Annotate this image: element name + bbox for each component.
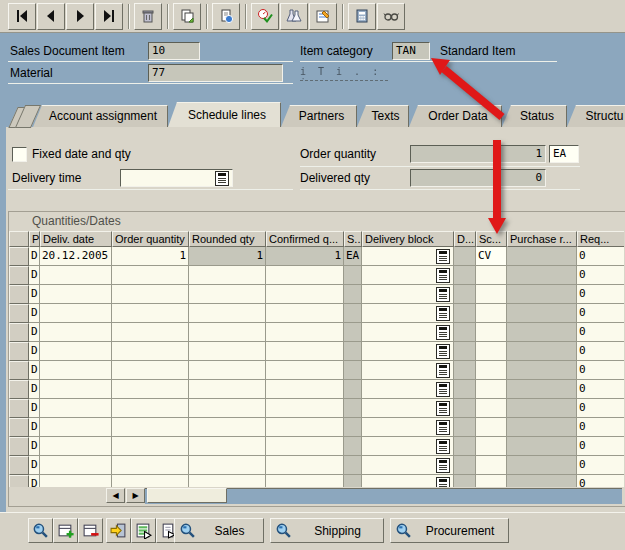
cell-req[interactable]: 0 (577, 475, 624, 487)
cell-delivery-block[interactable] (362, 380, 454, 399)
cell-req[interactable]: 0 (577, 437, 624, 456)
cell-delivery-block[interactable] (362, 418, 454, 437)
shipping-button[interactable]: Shipping (270, 518, 384, 543)
cell-schedule-category[interactable] (476, 304, 507, 323)
dropdown-icon[interactable] (436, 382, 450, 397)
header-sc[interactable]: Sc... (476, 231, 507, 247)
cell-deliv-date[interactable] (40, 285, 112, 304)
insert-line-button[interactable] (53, 518, 78, 543)
row-selector-button[interactable] (9, 399, 29, 418)
tab-account-assignment[interactable]: Account assignment (33, 105, 168, 127)
header-p[interactable]: P (29, 231, 40, 247)
tab-schedule-lines[interactable]: Schedule lines (168, 102, 281, 127)
row-selector-button[interactable] (9, 361, 29, 380)
cell-p[interactable]: D (29, 266, 40, 285)
row-selector-button[interactable] (9, 342, 29, 361)
cell-deliv-date[interactable]: 20.12.2005 (40, 247, 112, 266)
cell-p[interactable]: D (29, 361, 40, 380)
tab-partners[interactable]: Partners (281, 105, 357, 127)
row-selector-button[interactable] (9, 304, 29, 323)
cell-schedule-category[interactable] (476, 323, 507, 342)
sales-button[interactable]: Sales (174, 518, 264, 543)
cell-req[interactable]: 0 (577, 285, 624, 304)
cell-order-quantity[interactable] (112, 475, 189, 487)
calculator-button[interactable] (348, 3, 376, 30)
cell-req[interactable]: 0 (577, 304, 624, 323)
scroll-right-button[interactable]: ▶ (126, 488, 145, 503)
cell-schedule-category[interactable] (476, 437, 507, 456)
cell-deliv-date[interactable] (40, 418, 112, 437)
dropdown-icon[interactable] (436, 363, 450, 378)
cell-schedule-category[interactable] (476, 342, 507, 361)
next-record-button[interactable] (66, 3, 94, 30)
header-confirmed-qty[interactable]: Confirmed q... (266, 231, 344, 247)
row-selector-button[interactable] (9, 456, 29, 475)
cell-req[interactable]: 0 (577, 323, 624, 342)
cell-schedule-category[interactable] (476, 380, 507, 399)
cell-req[interactable]: 0 (577, 342, 624, 361)
cell-p[interactable]: D (29, 342, 40, 361)
cell-p[interactable]: D (29, 437, 40, 456)
paste-line-button[interactable] (106, 518, 131, 543)
cell-delivery-block[interactable] (362, 342, 454, 361)
cell-order-quantity[interactable] (112, 361, 189, 380)
cell-deliv-date[interactable] (40, 380, 112, 399)
cell-req[interactable]: 0 (577, 361, 624, 380)
cell-schedule-category[interactable] (476, 361, 507, 380)
cell-p[interactable]: D (29, 285, 40, 304)
dropdown-icon[interactable] (436, 477, 450, 488)
delivery-time-field[interactable] (120, 169, 233, 187)
first-record-button[interactable] (8, 3, 36, 30)
header-deliv-date[interactable]: Deliv. date (40, 231, 112, 247)
cell-delivery-block[interactable] (362, 475, 454, 487)
dropdown-icon[interactable] (436, 420, 450, 435)
tab-texts[interactable]: Texts (357, 105, 409, 127)
cell-schedule-category[interactable] (476, 399, 507, 418)
cell-order-quantity[interactable] (112, 285, 189, 304)
dropdown-icon[interactable] (436, 458, 450, 473)
cell-p[interactable]: D (29, 380, 40, 399)
cell-p[interactable]: D (29, 304, 40, 323)
header-d[interactable]: D... (454, 231, 476, 247)
cell-req[interactable]: 0 (577, 418, 624, 437)
header-rounded-qty[interactable]: Rounded qty (189, 231, 266, 247)
row-selector-button[interactable] (9, 285, 29, 304)
order-quantity-unit-field[interactable]: EA (549, 145, 579, 163)
dropdown-icon[interactable] (436, 268, 450, 283)
dropdown-icon[interactable] (436, 287, 450, 302)
header-s[interactable]: S... (344, 231, 362, 247)
cell-p[interactable]: D (29, 399, 40, 418)
cell-order-quantity[interactable] (112, 437, 189, 456)
cell-delivery-block[interactable] (362, 361, 454, 380)
header-purchase-req[interactable]: Purchase r... (507, 231, 577, 247)
cell-schedule-category[interactable] (476, 475, 507, 487)
row-selector-button[interactable] (9, 247, 29, 266)
cell-order-quantity[interactable] (112, 342, 189, 361)
cell-deliv-date[interactable] (40, 304, 112, 323)
cell-deliv-date[interactable] (40, 475, 112, 487)
cell-p[interactable]: D (29, 323, 40, 342)
cell-delivery-block[interactable] (362, 247, 454, 266)
status-check-button[interactable] (251, 3, 279, 30)
cell-order-quantity[interactable] (112, 380, 189, 399)
display-document-button[interactable] (212, 3, 240, 30)
delete-line-button[interactable] (78, 518, 103, 543)
cell-order-quantity[interactable] (112, 266, 189, 285)
cell-p[interactable]: D (29, 247, 40, 266)
cell-deliv-date[interactable] (40, 361, 112, 380)
fixed-date-checkbox[interactable] (12, 147, 27, 162)
edit-note-button[interactable] (309, 3, 337, 30)
last-record-button[interactable] (95, 3, 123, 30)
cell-order-quantity[interactable] (112, 323, 189, 342)
cell-deliv-date[interactable] (40, 342, 112, 361)
dropdown-icon[interactable] (436, 249, 450, 264)
cell-delivery-block[interactable] (362, 437, 454, 456)
cell-deliv-date[interactable] (40, 399, 112, 418)
cell-deliv-date[interactable] (40, 266, 112, 285)
cell-req[interactable]: 0 (577, 380, 624, 399)
search-button[interactable] (28, 518, 53, 543)
cell-delivery-block[interactable] (362, 304, 454, 323)
row-selector-button[interactable] (9, 437, 29, 456)
cell-req[interactable]: 0 (577, 266, 624, 285)
material-field[interactable]: 77 (148, 64, 283, 82)
